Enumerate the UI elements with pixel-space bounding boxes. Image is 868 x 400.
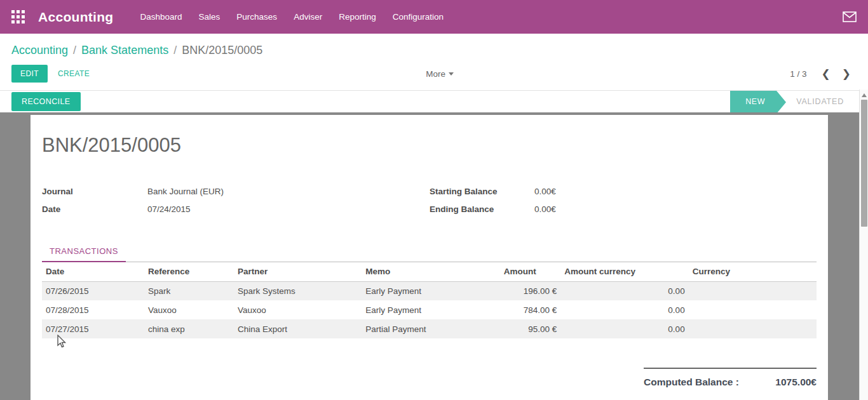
cell-amount[interactable]: 95.00 €: [500, 319, 561, 338]
record-title: BNK/2015/0005: [42, 115, 817, 157]
transactions-table: Date Reference Partner Memo Amount Amoun…: [42, 262, 817, 338]
app-title[interactable]: Accounting: [38, 10, 114, 25]
table-header-row: Date Reference Partner Memo Amount Amoun…: [42, 262, 817, 281]
breadcrumb-separator: /: [73, 44, 76, 57]
cell-amount-currency[interactable]: 0.00: [560, 300, 688, 319]
cell-currency[interactable]: [689, 300, 817, 319]
cell-amount[interactable]: 196.00 €: [500, 281, 561, 300]
cell-memo[interactable]: Early Payment: [362, 300, 499, 319]
ending-balance-label: Ending Balance: [430, 204, 534, 215]
state-validated[interactable]: VALIDATED: [786, 91, 853, 112]
state-arrow-icon: [776, 91, 786, 114]
cell-partner[interactable]: Vauxoo: [234, 300, 362, 319]
notebook: TRANSACTIONS Date Reference Partner Memo…: [42, 244, 817, 338]
cell-memo[interactable]: Early Payment: [362, 281, 499, 300]
table-row[interactable]: 07/28/2015 Vauxoo Vauxoo Early Payment 7…: [42, 300, 817, 319]
journal-value[interactable]: Bank Journal (EUR): [147, 186, 224, 197]
field-group: Journal Bank Journal (EUR) Date 07/24/20…: [42, 186, 817, 215]
menu-item-adviser[interactable]: Adviser: [294, 12, 322, 22]
reconcile-button[interactable]: RECONCILE: [11, 92, 81, 111]
cell-date[interactable]: 07/28/2015: [42, 300, 144, 319]
cell-partner[interactable]: China Export: [234, 319, 362, 338]
cell-reference[interactable]: china exp: [144, 319, 234, 338]
cell-currency[interactable]: [689, 319, 817, 338]
column-header-date[interactable]: Date: [42, 262, 144, 281]
cell-date[interactable]: 07/26/2015: [42, 281, 144, 300]
computed-balance-value: 1075.00€: [775, 377, 817, 388]
pager-previous-button[interactable]: ❮: [816, 69, 836, 79]
status-bar: RECONCILE NEW VALIDATED: [0, 90, 859, 113]
column-header-currency[interactable]: Currency: [689, 262, 817, 281]
cell-memo[interactable]: Partial Payment: [362, 319, 499, 338]
caret-down-icon: [449, 72, 454, 76]
date-label: Date: [42, 204, 147, 215]
table-row[interactable]: 07/26/2015 Spark Spark Systems Early Pay…: [42, 281, 817, 300]
column-header-reference[interactable]: Reference: [144, 262, 234, 281]
cell-amount[interactable]: 784.00 €: [500, 300, 561, 319]
pager: 1 / 3 ❮ ❯: [790, 69, 857, 79]
menu-item-configuration[interactable]: Configuration: [393, 12, 444, 22]
tab-transactions[interactable]: TRANSACTIONS: [42, 246, 126, 262]
breadcrumb-accounting[interactable]: Accounting: [11, 44, 68, 57]
starting-balance-value[interactable]: 0.00€: [534, 186, 556, 197]
breadcrumb-separator: /: [173, 44, 177, 57]
menu-item-dashboard[interactable]: Dashboard: [140, 12, 182, 22]
state-new[interactable]: NEW: [730, 91, 776, 112]
ending-balance-value[interactable]: 0.00€: [534, 204, 556, 215]
edit-button[interactable]: EDIT: [11, 65, 48, 83]
breadcrumb: Accounting/Bank Statements/BNK/2015/0005: [0, 34, 868, 61]
pager-count: 1 / 3: [790, 69, 806, 79]
cell-date[interactable]: 07/27/2015: [42, 319, 144, 338]
more-dropdown[interactable]: More: [426, 69, 454, 79]
cell-currency[interactable]: [689, 281, 817, 300]
column-header-memo[interactable]: Memo: [362, 262, 499, 281]
scrollbar-thumb[interactable]: [861, 100, 867, 227]
cell-reference[interactable]: Spark: [144, 281, 234, 300]
journal-label: Journal: [42, 186, 147, 197]
computed-balance-label: Computed Balance :: [644, 377, 739, 388]
menu-item-reporting[interactable]: Reporting: [339, 12, 376, 22]
table-row[interactable]: 07/27/2015 china exp China Export Partia…: [42, 319, 817, 338]
main-content-area: BNK/2015/0005 Journal Bank Journal (EUR)…: [0, 112, 859, 400]
computed-balance: Computed Balance : 1075.00€: [42, 368, 817, 388]
statusbar-states: NEW VALIDATED: [730, 91, 853, 112]
cell-amount-currency[interactable]: 0.00: [560, 319, 688, 338]
apps-grid-icon[interactable]: [11, 10, 25, 24]
menu-item-sales[interactable]: Sales: [199, 12, 220, 22]
breadcrumb-current: BNK/2015/0005: [182, 44, 262, 57]
breadcrumb-bank-statements[interactable]: Bank Statements: [81, 44, 168, 57]
control-row: EDIT CREATE More 1 / 3 ❮ ❯: [0, 61, 868, 90]
date-value[interactable]: 07/24/2015: [147, 204, 191, 215]
top-menu: Dashboard Sales Purchases Adviser Report…: [140, 12, 444, 22]
starting-balance-label: Starting Balance: [430, 186, 534, 197]
menu-item-purchases[interactable]: Purchases: [236, 12, 277, 22]
form-sheet: BNK/2015/0005 Journal Bank Journal (EUR)…: [31, 115, 828, 400]
top-navbar: Accounting Dashboard Sales Purchases Adv…: [0, 0, 868, 34]
scroll-up-arrow-icon[interactable]: [862, 93, 867, 97]
messages-envelope-icon[interactable]: [843, 11, 857, 22]
cell-amount-currency[interactable]: 0.00: [560, 281, 688, 300]
vertical-scrollbar[interactable]: [859, 90, 868, 400]
create-button[interactable]: CREATE: [58, 69, 90, 78]
pager-next-button[interactable]: ❯: [836, 69, 857, 79]
cell-partner[interactable]: Spark Systems: [234, 281, 362, 300]
column-header-amount-currency[interactable]: Amount currency: [560, 262, 688, 281]
column-header-partner[interactable]: Partner: [234, 262, 362, 281]
column-header-amount[interactable]: Amount: [500, 262, 561, 281]
cell-reference[interactable]: Vauxoo: [144, 300, 234, 319]
